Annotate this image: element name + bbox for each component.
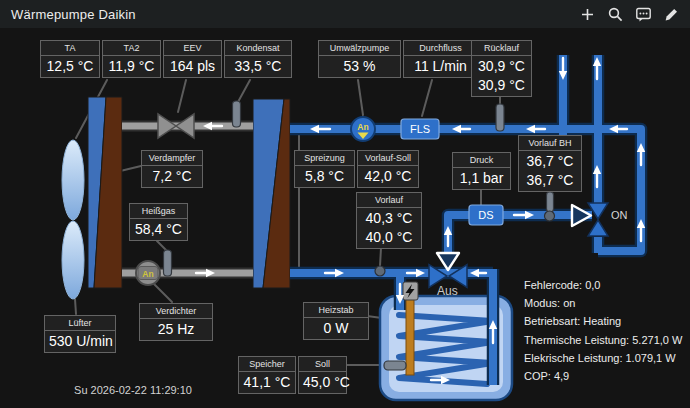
ds-label: DS — [478, 209, 493, 221]
sensor-value: 11,9 °C — [103, 56, 160, 77]
sensor-label: Rücklauf — [472, 41, 531, 56]
sensor-box-soll[interactable]: Soll 45,0 °C — [298, 356, 347, 394]
sensor-label: Druck — [453, 153, 510, 168]
sensor-box-heizstab[interactable]: Heizstab 0 W — [303, 302, 369, 340]
sensor-value: 53 % — [319, 56, 400, 77]
sensor-box-eev[interactable]: EEV 164 pls — [163, 40, 222, 78]
sensor-value: 530 U/min — [45, 331, 115, 352]
sensor-label: TA — [41, 41, 99, 56]
sensor-label: Soll — [299, 357, 346, 372]
tank-valve-icon[interactable] — [429, 253, 467, 288]
sensor-label: Kondensat — [225, 41, 291, 56]
status-line: Betriebsart: Heating — [524, 312, 682, 330]
check-valve-icon — [572, 205, 591, 226]
sensor-value: 33,5 °C — [225, 56, 291, 77]
pump-state-label: An — [357, 122, 368, 132]
sensor-label: Umwälzpumpe — [319, 41, 400, 56]
fan-icon — [62, 140, 84, 299]
sensor-box-verdichter[interactable]: Verdichter 25 Hz — [139, 303, 213, 341]
fls-label: FLS — [410, 123, 430, 135]
sensor-label: Vorlauf — [357, 193, 421, 208]
sensor-value: 1,1 bar — [453, 168, 510, 189]
status-line: Fehlercode: 0,0 — [524, 276, 682, 294]
sensor-box-druck[interactable]: Druck 1,1 bar — [452, 152, 511, 190]
status-line: Elekrische Leistung: 1.079,1 W — [524, 349, 682, 367]
sensor-value: 40,3 °C — [357, 208, 421, 229]
header-actions — [579, 6, 680, 23]
evaporator — [88, 97, 122, 288]
sensor-box-speicher[interactable]: Speicher 41,1 °C — [238, 356, 296, 394]
sensor-box-vorlauf[interactable]: Vorlauf 40,3 °C 40,0 °C — [356, 192, 422, 249]
lightning-icon — [403, 282, 418, 300]
sensor-value: 11 L/min — [404, 56, 477, 77]
sensor-label: Durchfluss — [404, 41, 477, 56]
timestamp: Su 2026-02-22 11:29:10 — [58, 384, 208, 396]
sensor-label: Vorlauf BH — [519, 136, 581, 151]
header-bar: Wärmepumpe Daikin — [0, 0, 690, 28]
circuit-valve-state-label: ON — [611, 209, 628, 221]
compressor-icon[interactable]: An — [136, 261, 160, 285]
status-line: COP: 4,9 — [524, 367, 682, 385]
sensor-label: Vorlauf-Soll — [358, 151, 418, 166]
tank-valve-state-label: Aus — [437, 284, 458, 298]
sensor-box-ta2[interactable]: TA2 11,9 °C — [102, 40, 161, 78]
flow-sensor-fls[interactable]: FLS — [401, 119, 439, 139]
sensor-label: EEV — [164, 41, 221, 56]
sensor-value: 41,1 °C — [239, 372, 295, 393]
condenser — [253, 99, 290, 288]
sensor-value: 5,8 °C — [295, 166, 354, 187]
sensor-box-umwaelzpumpe[interactable]: Umwälzpumpe 53 % — [318, 40, 401, 78]
sensor-box-ta[interactable]: TA 12,5 °C — [40, 40, 100, 78]
sensor-value: 30,9 °C — [472, 56, 531, 77]
sensor-value: 36,7 °C — [519, 151, 581, 172]
sensor-box-vorlauf-bh[interactable]: Vorlauf BH 36,7 °C 36,7 °C — [518, 135, 582, 192]
sensor-label: Lüfter — [45, 316, 115, 331]
sensor-value: 12,5 °C — [41, 56, 99, 77]
heater-rod — [406, 299, 414, 375]
sensor-box-kondensat[interactable]: Kondensat 33,5 °C — [224, 40, 292, 78]
search-icon[interactable] — [607, 6, 624, 23]
refrigerant-pipes — [122, 126, 253, 273]
sensor-value: 36,7 °C — [519, 172, 581, 191]
sensor-value: 0 W — [304, 318, 368, 339]
sensor-box-spreizung[interactable]: Spreizung 5,8 °C — [294, 150, 355, 188]
status-line: Thermische Leistung: 5.271,0 W — [524, 331, 682, 349]
sensor-label: Spreizung — [295, 151, 354, 166]
page-title: Wärmepumpe Daikin — [11, 7, 136, 22]
expansion-valve-icon[interactable] — [158, 114, 194, 138]
sensor-value: 25 Hz — [140, 319, 212, 340]
sensor-label: Verdampfer — [142, 151, 202, 166]
sensor-value: 30,9 °C — [472, 77, 531, 96]
sensor-value: 164 pls — [164, 56, 221, 77]
sensor-box-durchfluss[interactable]: Durchfluss 11 L/min — [403, 40, 478, 78]
sensor-value: 45,0 °C — [299, 372, 346, 393]
status-info-block: Fehlercode: 0,0 Modus: on Betriebsart: H… — [524, 276, 682, 385]
sensor-box-ruecklauf[interactable]: Rücklauf 30,9 °C 30,9 °C — [471, 40, 532, 97]
sensor-value: 7,2 °C — [142, 166, 202, 187]
sensor-box-luefter[interactable]: Lüfter 530 U/min — [44, 315, 116, 353]
edit-pencil-icon[interactable] — [663, 6, 680, 23]
sensor-label: Speicher — [239, 357, 295, 372]
compressor-state-label: An — [142, 269, 153, 279]
sensor-value: 40,0 °C — [357, 229, 421, 248]
dashboard: Wärmepumpe Daikin — [0, 0, 690, 408]
sensor-label: Verdichter — [140, 304, 212, 319]
sensor-value: 58,4 °C — [130, 219, 187, 240]
plus-icon[interactable] — [579, 6, 596, 23]
sensor-value: 42,0 °C — [358, 166, 418, 187]
sensor-box-vorlauf-soll[interactable]: Vorlauf-Soll 42,0 °C — [357, 150, 419, 188]
sensor-box-heissgas[interactable]: Heißgas 58,4 °C — [129, 203, 188, 241]
sensor-label: Heißgas — [130, 204, 187, 219]
sensor-label: TA2 — [103, 41, 160, 56]
status-line: Modus: on — [524, 294, 682, 312]
sensor-label: Heizstab — [304, 303, 368, 318]
chat-icon[interactable] — [635, 6, 652, 23]
pump-icon[interactable]: An — [351, 117, 375, 141]
sensor-box-verdampfer[interactable]: Verdampfer 7,2 °C — [141, 150, 203, 188]
pressure-sensor-ds[interactable]: DS — [469, 205, 503, 225]
